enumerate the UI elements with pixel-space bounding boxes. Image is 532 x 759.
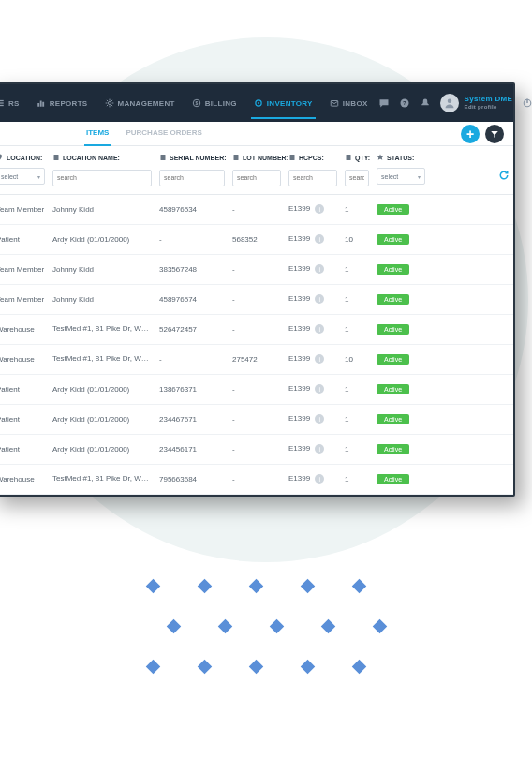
col-location[interactable]: LOCATION: bbox=[0, 146, 49, 165]
cell-serial: 458976534 bbox=[155, 194, 229, 224]
edit-profile-link[interactable]: Edit profile bbox=[465, 104, 512, 111]
cell-qty: 1 bbox=[341, 314, 373, 344]
tab-purchase-orders[interactable]: PURCHASE ORDERS bbox=[124, 121, 203, 146]
nav-label: INVENTORY bbox=[267, 99, 313, 108]
nav-item-rs[interactable]: RS bbox=[0, 87, 22, 119]
cell-location: Warehouse bbox=[0, 344, 49, 374]
info-icon[interactable]: i bbox=[154, 324, 155, 334]
info-icon[interactable]: i bbox=[315, 264, 324, 274]
info-icon[interactable]: i bbox=[154, 354, 155, 364]
help-icon[interactable]: ? bbox=[399, 97, 410, 109]
info-icon[interactable]: i bbox=[315, 324, 324, 334]
cell-hcpcs: E1399 i bbox=[285, 404, 341, 434]
filter-status[interactable]: select▾ bbox=[377, 168, 425, 185]
cell-qty: 1 bbox=[341, 404, 373, 434]
cell-qty: 1 bbox=[341, 374, 373, 404]
svg-point-6 bbox=[108, 101, 111, 104]
svg-rect-4 bbox=[39, 101, 41, 107]
doc-icon bbox=[232, 154, 240, 161]
cell-qty: 10 bbox=[341, 344, 373, 374]
cell-status: Active bbox=[373, 314, 429, 344]
table-row[interactable]: PatientArdy Kidd (01/01/2000)234467671-E… bbox=[0, 404, 513, 434]
list-icon bbox=[0, 98, 5, 108]
user-block[interactable]: System DME Edit profile bbox=[440, 94, 512, 112]
bell-icon[interactable] bbox=[420, 97, 431, 109]
filter-qty[interactable] bbox=[345, 170, 369, 186]
info-icon[interactable]: i bbox=[315, 204, 324, 214]
filter-hcpcs[interactable] bbox=[288, 170, 337, 186]
cell-location-name: Ardy Kidd (01/01/2000) bbox=[49, 224, 155, 254]
cell-qty: 1 bbox=[341, 194, 373, 224]
cell-hcpcs: E1399 i bbox=[285, 434, 341, 464]
status-badge: Active bbox=[377, 324, 409, 335]
cell-lot: 568352 bbox=[229, 224, 285, 254]
col-location-name[interactable]: LOCATION NAME: bbox=[49, 146, 155, 165]
cell-lot: - bbox=[229, 464, 285, 494]
svg-rect-20 bbox=[290, 155, 295, 160]
info-icon[interactable]: i bbox=[315, 474, 324, 484]
cell-status: Active bbox=[373, 194, 429, 224]
nav-label: MANAGEMENT bbox=[118, 99, 175, 108]
table-row[interactable]: WarehouseTestMed #1, 81 Pike Dr, W… i-27… bbox=[0, 344, 513, 374]
info-icon[interactable]: i bbox=[315, 354, 324, 364]
info-icon[interactable]: i bbox=[154, 474, 155, 484]
table-row[interactable]: PatientArdy Kidd (01/01/2000)234456171-E… bbox=[0, 434, 513, 464]
status-badge: Active bbox=[377, 384, 409, 394]
add-button[interactable]: + bbox=[461, 125, 480, 143]
col-status[interactable]: STATUS: bbox=[373, 146, 429, 165]
inventory-table: LOCATION: LOCATION NAME: SERIAL NUMBER: … bbox=[0, 146, 513, 495]
svg-rect-5 bbox=[42, 102, 44, 107]
logout-icon[interactable] bbox=[522, 97, 532, 109]
table-row[interactable]: WarehouseTestMed #1, 81 Pike Dr, W… i795… bbox=[0, 464, 513, 494]
cell-qty: 10 bbox=[341, 224, 373, 254]
cell-location-name: Ardy Kidd (01/01/2000) bbox=[49, 374, 155, 404]
info-icon[interactable]: i bbox=[315, 414, 324, 424]
table-row[interactable]: Team MemberJohnny Kidd458976574-E1399 i1… bbox=[0, 284, 513, 314]
refresh-button[interactable] bbox=[498, 168, 510, 184]
filter-serial[interactable] bbox=[159, 170, 225, 186]
doc-icon bbox=[52, 154, 60, 161]
info-icon[interactable]: i bbox=[315, 294, 324, 304]
cell-qty: 1 bbox=[341, 434, 373, 464]
col-qty[interactable]: QTY: bbox=[341, 146, 373, 165]
tab-items[interactable]: ITEMS bbox=[84, 121, 111, 146]
nav-item-management[interactable]: MANAGEMENT bbox=[102, 87, 178, 119]
chat-icon[interactable] bbox=[378, 97, 390, 109]
table-row[interactable]: PatientArdy Kidd (01/01/2000)138676371-E… bbox=[0, 374, 513, 404]
col-serial[interactable]: SERIAL NUMBER: bbox=[155, 146, 229, 165]
cell-lot: - bbox=[229, 404, 285, 434]
cell-location-name: Johnny Kidd bbox=[49, 254, 155, 284]
svg-rect-3 bbox=[37, 103, 39, 107]
cell-location: Patient bbox=[0, 224, 49, 254]
cell-hcpcs: E1399 i bbox=[285, 254, 341, 284]
svg-rect-17 bbox=[54, 155, 59, 160]
table-header-row: LOCATION: LOCATION NAME: SERIAL NUMBER: … bbox=[0, 146, 513, 165]
col-hcpcs[interactable]: HCPCS: bbox=[285, 146, 341, 165]
cell-serial: 383567248 bbox=[155, 254, 229, 284]
cell-hcpcs: E1399 i bbox=[285, 464, 341, 494]
avatar bbox=[440, 94, 459, 112]
info-icon[interactable]: i bbox=[315, 234, 324, 244]
info-icon[interactable]: i bbox=[315, 444, 324, 454]
col-lot[interactable]: LOT NUMBER: bbox=[229, 146, 285, 165]
svg-rect-19 bbox=[234, 155, 239, 160]
table-row[interactable]: Team MemberJohnny Kidd458976534-E1399 i1… bbox=[0, 194, 513, 224]
info-icon[interactable]: i bbox=[315, 384, 324, 394]
filter-lot[interactable] bbox=[232, 170, 281, 186]
nav-item-inbox[interactable]: INBOX bbox=[327, 87, 371, 119]
cell-location: Team Member bbox=[0, 284, 49, 314]
app-window: RS REPORTS MANAGEMENT $ BILLING INVENTOR… bbox=[0, 82, 515, 497]
filter-location[interactable]: select▾ bbox=[0, 168, 45, 185]
cell-status: Active bbox=[373, 404, 429, 434]
nav-item-billing[interactable]: $ BILLING bbox=[189, 87, 240, 119]
nav-item-reports[interactable]: REPORTS bbox=[34, 87, 91, 119]
filter-button[interactable] bbox=[485, 125, 504, 143]
filter-location-name[interactable] bbox=[52, 170, 152, 186]
cell-serial: 458976574 bbox=[155, 284, 229, 314]
nav-item-inventory[interactable]: INVENTORY bbox=[251, 87, 316, 119]
table-row[interactable]: PatientArdy Kidd (01/01/2000)-568352E139… bbox=[0, 224, 513, 254]
cell-serial: - bbox=[155, 224, 229, 254]
table-row[interactable]: WarehouseTestMed #1, 81 Pike Dr, W… i526… bbox=[0, 314, 513, 344]
svg-rect-18 bbox=[161, 155, 166, 160]
table-row[interactable]: Team MemberJohnny Kidd383567248-E1399 i1… bbox=[0, 254, 513, 284]
